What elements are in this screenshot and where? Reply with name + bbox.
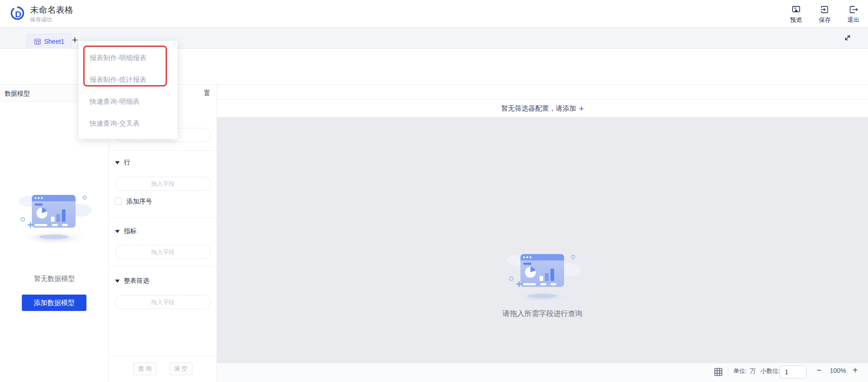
sheet-table-icon — [34, 38, 41, 45]
grid-icon — [713, 367, 723, 377]
svg-text:D: D — [15, 10, 21, 19]
filter-config-bar: 暂无筛选器配置，请添加 + — [217, 100, 868, 117]
decimal-label: 小数位: — [761, 367, 780, 375]
preview-icon — [791, 5, 801, 15]
add-index-label: 添加序号 — [126, 198, 152, 205]
divider — [109, 356, 217, 356]
clear-button[interactable]: 清 空 — [169, 362, 192, 375]
save-label: 保存 — [812, 16, 838, 24]
collapse-triangle-icon — [115, 161, 120, 164]
collapse-triangle-icon — [115, 280, 120, 283]
tab-sheet1-label: Sheet1 — [44, 38, 64, 45]
new-sheet-type-menu: 报表制作-明细报表 报表制作-统计报表 快速查询-明细表 快速查询-交叉表 — [79, 41, 177, 139]
save-icon — [820, 5, 830, 15]
drop-zone-rows[interactable]: 拖入字段 — [115, 177, 211, 191]
app-header — [0, 0, 868, 27]
unit-value[interactable]: 万 — [750, 367, 756, 375]
menu-item-quick-cross[interactable]: 快速查询-交叉表 — [79, 112, 177, 134]
section-table-filter[interactable]: 整表筛选 — [115, 277, 149, 285]
expand-icon — [843, 33, 853, 43]
collapse-triangle-icon — [115, 230, 120, 233]
exit-label: 退出 — [841, 16, 866, 24]
empty-data-model-text: 暂无数据模型 — [0, 275, 109, 283]
divider — [109, 150, 217, 151]
zoom-out-button[interactable]: − — [817, 366, 822, 375]
add-index-row: 添加序号 — [115, 198, 152, 207]
section-metrics[interactable]: 指标 — [115, 227, 136, 235]
app-logo-icon: D — [9, 5, 26, 22]
document-title[interactable]: 未命名表格 — [30, 4, 73, 16]
preview-button[interactable]: 预览 — [783, 5, 809, 24]
add-sheet-button[interactable]: + — [72, 35, 78, 45]
add-filter-button[interactable]: + — [579, 104, 584, 113]
drop-zone-table-filter[interactable]: 拖入字段 — [115, 295, 211, 309]
section-rows[interactable]: 行 — [115, 158, 130, 167]
zoom-in-button[interactable]: + — [853, 365, 858, 376]
section-rows-label: 行 — [124, 158, 130, 167]
save-button[interactable]: 保存 — [812, 5, 838, 24]
decimal-input[interactable] — [780, 366, 807, 378]
canvas-empty-illustration — [497, 241, 588, 310]
divider — [109, 266, 217, 267]
report-canvas[interactable] — [217, 117, 868, 363]
grid-view-button[interactable] — [713, 367, 723, 377]
query-button[interactable]: 查 询 — [133, 362, 156, 375]
main-toolbar-strip — [217, 85, 868, 100]
divider — [109, 218, 217, 218]
add-data-model-button[interactable]: 添加数据模型 — [22, 295, 86, 311]
section-table-filter-label: 整表筛选 — [124, 277, 149, 285]
menu-item-report-detail[interactable]: 报表制作-明细报表 — [79, 47, 177, 69]
preview-label: 预览 — [783, 16, 809, 24]
canvas-empty-text: 请拖入所需字段进行查询 — [217, 309, 868, 319]
section-metrics-label: 指标 — [124, 227, 136, 235]
add-index-checkbox[interactable] — [115, 198, 122, 205]
exit-button[interactable]: 退出 — [841, 5, 866, 24]
tab-sheet1[interactable]: Sheet1 — [26, 34, 72, 49]
menu-item-report-stats[interactable]: 报表制作-统计报表 — [79, 69, 177, 91]
report-builder-app: D 未命名表格 保存成功 预览 保存 退出 — [0, 0, 868, 382]
unit-label: 单位: — [733, 367, 747, 375]
exit-icon — [848, 5, 858, 15]
status-separator — [728, 367, 728, 377]
fullscreen-expand-button[interactable] — [843, 33, 853, 43]
drop-zone-metrics[interactable]: 拖入字段 — [115, 245, 211, 259]
empty-data-model-illustration — [8, 182, 99, 250]
zoom-level: 100% — [830, 367, 846, 374]
save-status: 保存成功 — [30, 16, 52, 24]
filter-empty-text: 暂无筛选器配置，请添加 — [501, 104, 576, 113]
config-panel-header-partial: 置 — [204, 89, 210, 97]
menu-item-quick-detail[interactable]: 快速查询-明细表 — [79, 91, 177, 112]
